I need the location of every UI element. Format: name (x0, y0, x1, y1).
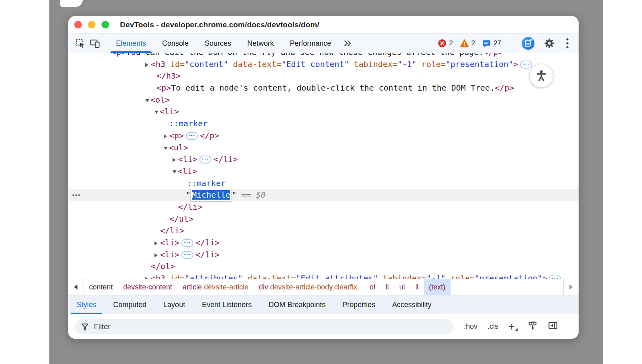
filter-input[interactable] (94, 322, 375, 331)
code-segment-tag: </li> (195, 238, 219, 247)
forward-crumb-icon[interactable] (563, 279, 579, 295)
dom-tree-row[interactable]: </h3> (68, 70, 579, 82)
code-segment-tag: <li> (160, 107, 179, 116)
collapse-arrow-icon[interactable] (154, 111, 158, 114)
inline-edit-box[interactable]: Michelle (191, 189, 232, 201)
expand-ellipsis-button[interactable]: ··· (181, 239, 193, 247)
expand-ellipsis-button[interactable]: ··· (186, 132, 198, 140)
code-segment-tag: </li> (213, 154, 238, 164)
panel-tabs: ElementsConsoleSourcesNetworkPerformance (108, 34, 339, 53)
dom-tree-row[interactable]: <h3 id="content" data-text="Edit content… (68, 59, 579, 71)
code-segment-tag: <p> (156, 83, 171, 93)
tab-sources[interactable]: Sources (197, 34, 239, 53)
minimize-icon[interactable] (88, 21, 95, 28)
issues-badge[interactable]: 27 (482, 39, 501, 48)
dock-sidebar-icon[interactable] (548, 320, 558, 333)
breadcrumb-item[interactable]: article.devsite-article (177, 279, 254, 295)
expand-arrow-icon[interactable] (173, 158, 176, 162)
dom-tree-row[interactable]: <p>To edit a node's content, double-clic… (68, 82, 579, 94)
zoom-icon[interactable] (102, 21, 109, 28)
breadcrumb-item[interactable]: ul (394, 279, 410, 295)
tab-performance[interactable]: Performance (282, 34, 339, 53)
crumb-part: (text) (429, 283, 445, 291)
crumb-part: devsite-content (123, 283, 172, 291)
error-count: 2 (449, 39, 453, 47)
window-title: DevTools - developer.chrome.com/docs/dev… (120, 20, 319, 29)
code-segment-eq: == (236, 190, 256, 200)
gear-icon[interactable] (542, 36, 557, 51)
expand-arrow-icon[interactable] (154, 253, 158, 257)
breadcrumb-item[interactable]: li (380, 279, 394, 295)
code-segment-attr: tabindex= (378, 273, 426, 279)
tab-network[interactable]: Network (239, 34, 282, 53)
dom-tree-row[interactable]: <li>···</li> (68, 237, 579, 249)
code-segment-val: "presentation" (446, 59, 514, 69)
code-segment-val: "Edit attributes" (296, 273, 378, 279)
dom-tree-row[interactable]: </ul> (68, 213, 579, 225)
kebab-menu-icon[interactable] (563, 36, 571, 51)
collapse-arrow-icon[interactable] (145, 99, 149, 102)
breadcrumb-item[interactable]: devsite-content (118, 279, 177, 295)
active-tab-underline (110, 51, 152, 53)
breadcrumb-item-selected[interactable]: (text) (424, 279, 451, 295)
devtools-window: DevTools - developer.chrome.com/docs/dev… (68, 16, 579, 339)
code-segment-txt: You can edit the DOM on the fly and see … (126, 53, 484, 57)
dom-tree-row[interactable]: <ol> (68, 94, 579, 106)
code-segment-val: "Edit content" (281, 59, 349, 69)
expand-arrow-icon[interactable] (164, 134, 167, 138)
dom-tree-row[interactable]: <h3 id="attributes" data-text="Edit attr… (68, 273, 579, 279)
dom-tree-row[interactable]: ::marker (68, 178, 579, 190)
collapse-arrow-icon[interactable] (164, 147, 168, 150)
sidebar-tab-layout[interactable]: Layout (155, 295, 193, 314)
sidebar-tab-event-listeners[interactable]: Event Listeners (193, 295, 260, 314)
dom-tree-row[interactable]: </ol> (68, 261, 579, 273)
tab-elements[interactable]: Elements (108, 34, 154, 53)
expand-ellipsis-button[interactable]: ··· (199, 156, 211, 164)
code-segment-attr: id= (165, 273, 185, 279)
brush-icon[interactable] (528, 321, 538, 333)
new-style-rule-icon[interactable]: + (508, 322, 518, 331)
expand-ellipsis-button[interactable]: ··· (520, 61, 532, 69)
code-segment-attr: role= (416, 59, 445, 69)
dom-tree-row[interactable]: <p>···</p> (68, 130, 579, 142)
code-segment-reg: $0 (256, 190, 266, 200)
dom-tree-row-selected[interactable]: •••"Michelle" == $0 (68, 189, 579, 201)
dom-tree-row[interactable]: <ul> (68, 142, 579, 154)
toggle-hover-button[interactable]: :hov (464, 322, 477, 331)
warning-badge[interactable]: 2 (460, 39, 475, 48)
back-crumb-icon[interactable] (68, 279, 83, 295)
dom-tree-row[interactable]: ::marker (68, 118, 579, 130)
close-icon[interactable] (74, 21, 82, 28)
sidebar-tab-accessibility[interactable]: Accessibility (384, 295, 440, 314)
toggle-classes-button[interactable]: .cls (488, 322, 498, 331)
sidebar-tab-dom-breakpoints[interactable]: DOM Breakpoints (260, 295, 334, 314)
expand-arrow-icon[interactable] (154, 241, 158, 245)
dom-tree-row[interactable]: <li> (68, 106, 579, 118)
sidebar-tab-properties[interactable]: Properties (334, 295, 384, 314)
collapse-arrow-icon[interactable] (173, 170, 177, 174)
expand-arrow-icon[interactable] (145, 63, 148, 67)
more-tabs-icon[interactable] (341, 36, 355, 51)
tab-console[interactable]: Console (154, 34, 197, 53)
filter-field[interactable] (75, 319, 453, 334)
inspect-icon[interactable] (73, 36, 87, 51)
breadcrumb-item[interactable]: content (84, 279, 118, 295)
dom-tree-row[interactable]: <p>You can edit the DOM on the fly and s… (68, 53, 579, 59)
accessibility-person-icon[interactable] (530, 64, 553, 87)
device-toolbar-icon[interactable] (87, 36, 102, 51)
sidebar-tab-computed[interactable]: Computed (105, 295, 155, 314)
dom-tree-row[interactable]: <li> (68, 166, 579, 178)
dom-tree-row[interactable]: </li> (68, 225, 579, 237)
ai-assistance-icon[interactable] (521, 36, 535, 51)
sidebar-tab-styles[interactable]: Styles (68, 295, 105, 314)
breadcrumb-item[interactable]: ol (364, 279, 380, 295)
breadcrumb-item[interactable]: li (410, 279, 424, 295)
crumb-part: ul (399, 283, 405, 291)
dom-tree-row[interactable]: <li>···</li> (68, 154, 579, 166)
breadcrumb-item[interactable]: div.devsite-article-body.clearfix. (254, 279, 364, 295)
error-badge[interactable]: 2 (438, 39, 453, 48)
expand-ellipsis-button[interactable]: ··· (181, 251, 193, 259)
dom-tree-row[interactable]: </li> (68, 201, 579, 213)
expand-ellipsis-button[interactable]: ··· (549, 275, 561, 279)
dom-tree-row[interactable]: <li>···</li> (68, 249, 579, 261)
